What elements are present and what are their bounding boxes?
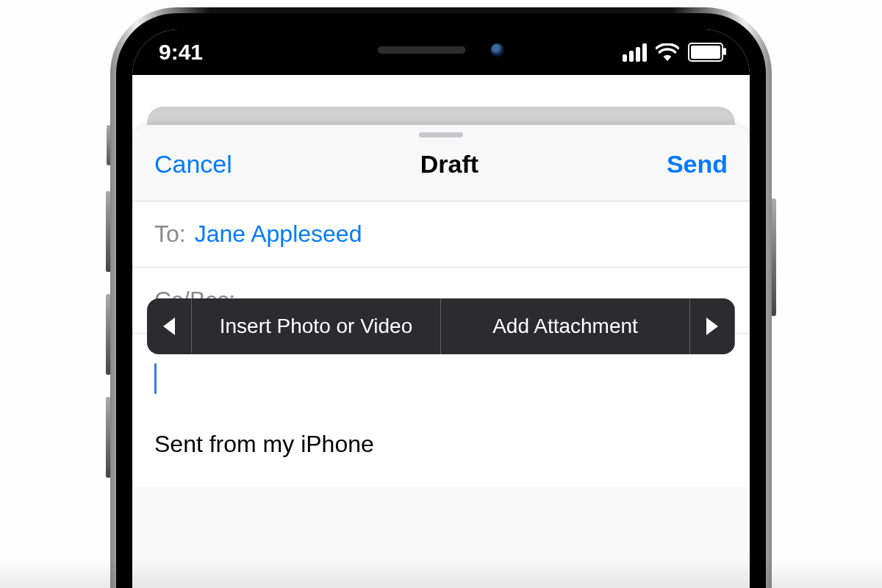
menu-scroll-right-button[interactable] (690, 298, 735, 354)
battery-icon (688, 43, 723, 62)
chevron-left-icon (163, 318, 175, 335)
wifi-icon (656, 43, 679, 61)
status-right-group (623, 43, 723, 62)
sheet-title: Draft (420, 150, 478, 179)
display-notch (281, 29, 602, 71)
earpiece-speaker (378, 46, 466, 54)
email-signature[interactable]: Sent from my iPhone (154, 431, 728, 458)
edit-context-menu: Insert Photo or Video Add Attachment (147, 298, 735, 354)
sheet-grabber[interactable] (419, 132, 463, 137)
message-body[interactable]: Insert Photo or Video Add Attachment Sen… (132, 334, 750, 487)
cancel-button[interactable]: Cancel (154, 150, 232, 179)
menu-pointer-caret (182, 353, 209, 354)
to-field[interactable]: To: Jane Appleseed (132, 201, 750, 268)
phone-mockup: 9:41 Cancel (110, 0, 772, 588)
chevron-right-icon (706, 318, 718, 335)
cellular-signal-icon (623, 43, 647, 62)
front-camera (491, 43, 504, 57)
to-label: To: (154, 220, 186, 248)
header-fields: To: Jane Appleseed Cc/Bcc: Insert Photo … (132, 201, 750, 487)
menu-item-insert-photo-video[interactable]: Insert Photo or Video (192, 298, 441, 354)
status-time: 9:41 (159, 40, 203, 65)
phone-screen: 9:41 Cancel (132, 29, 750, 588)
side-button (771, 198, 776, 316)
text-cursor (154, 363, 157, 394)
to-recipient[interactable]: Jane Appleseed (195, 220, 362, 248)
send-button[interactable]: Send (667, 150, 728, 179)
menu-scroll-left-button[interactable] (147, 298, 192, 354)
menu-item-add-attachment[interactable]: Add Attachment (441, 298, 690, 354)
compose-sheet: Cancel Draft Send To: Jane Appleseed Cc/… (132, 125, 750, 588)
